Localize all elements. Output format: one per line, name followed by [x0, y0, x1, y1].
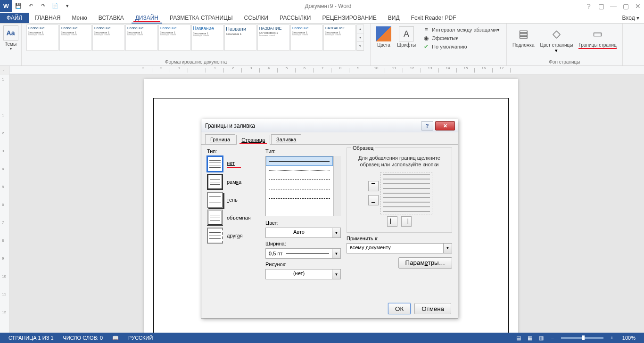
close-icon[interactable]: ✕	[632, 0, 644, 12]
chevron-down-icon[interactable]: ▼	[332, 270, 340, 279]
colors-button[interactable]: Цвета	[373, 24, 394, 49]
style-item[interactable]: НазваниеЗаголовок 1Коллекция стилей	[158, 24, 190, 51]
border-type-3d[interactable]: объемная	[207, 210, 264, 226]
dialog-help-icon[interactable]: ?	[421, 121, 433, 131]
edge-bottom-button[interactable]: ▁	[368, 195, 379, 205]
tab-insert[interactable]: ВСТАВКА	[93, 13, 130, 23]
view-web-icon[interactable]: ▥	[536, 335, 547, 341]
tab-menu[interactable]: Меню	[66, 13, 92, 23]
tab-design[interactable]: ДИЗАЙН	[130, 13, 164, 23]
set-default-button[interactable]: ✔По умолчанию	[421, 42, 502, 51]
zoom-slider[interactable]	[561, 337, 603, 339]
status-word-count[interactable]: ЧИСЛО СЛОВ: 0	[58, 335, 108, 341]
type-section-label: Тип:	[207, 148, 264, 154]
dialog-title-bar[interactable]: Границы и заливка ? ✕	[201, 119, 458, 132]
status-proofing-icon[interactable]: 📖	[107, 335, 124, 341]
word-app-icon[interactable]: W	[0, 0, 12, 12]
line-style-item[interactable]	[266, 166, 333, 175]
dialog-close-icon[interactable]: ✕	[435, 121, 455, 131]
apply-to-label: Применить к:	[347, 236, 452, 241]
chevron-down-icon[interactable]: ▼	[443, 244, 452, 253]
border-type-shadow[interactable]: тень	[207, 192, 264, 208]
style-item[interactable]: НАЗВАНИЕЗАГОЛОВОК 1Коллекция стилей	[257, 24, 289, 51]
tab-mailings[interactable]: РАССЫЛКИ	[274, 13, 316, 23]
style-item[interactable]: НазваниеЗаголовок 1Коллекция стилей	[125, 24, 157, 51]
help-icon[interactable]: ?	[583, 0, 595, 12]
themes-button[interactable]: Aa Темы▾	[3, 24, 18, 51]
zoom-out-icon[interactable]: −	[547, 335, 558, 341]
effects-icon: ◉	[422, 34, 430, 42]
tab-page-layout[interactable]: РАЗМЕТКА СТРАНИЦЫ	[164, 13, 239, 23]
apply-to-combo[interactable]: всему документу▼	[347, 243, 452, 253]
fonts-button[interactable]: AШрифты	[394, 24, 419, 49]
line-style-item[interactable]	[266, 175, 333, 185]
line-style-item[interactable]	[266, 204, 333, 213]
line-style-list[interactable]	[265, 156, 333, 216]
width-combo[interactable]: 0,5 пт▼	[265, 248, 341, 259]
maximize-icon[interactable]: ▢	[619, 0, 632, 12]
style-section-label: Тип:	[265, 148, 341, 154]
art-combo[interactable]: (нет)▼	[265, 269, 341, 279]
tab-review[interactable]: РЕЦЕНЗИРОВАНИЕ	[316, 13, 382, 23]
chevron-down-icon[interactable]: ▼	[332, 228, 340, 237]
paragraph-spacing-button[interactable]: ≡Интервал между абзацами ▾	[421, 25, 502, 34]
view-read-icon[interactable]: ▤	[513, 335, 524, 341]
style-item[interactable]: НАЗВАНИЕЗаголовок 1Коллекция стилей	[323, 24, 355, 51]
ruler-corner[interactable]: ⌐	[0, 66, 9, 74]
edge-top-button[interactable]: ▔	[368, 181, 379, 191]
preview-page[interactable]	[380, 172, 432, 214]
save-icon[interactable]: 💾	[12, 0, 25, 12]
qat-more-icon[interactable]: ▾	[61, 0, 74, 12]
undo-icon[interactable]: ↶	[25, 0, 37, 12]
sign-in-button[interactable]: Вход ▾	[618, 13, 644, 23]
chevron-down-icon[interactable]: ▼	[332, 249, 340, 258]
line-style-scrollbar[interactable]	[333, 156, 341, 216]
border-type-none[interactable]: нет	[207, 156, 264, 172]
effects-button[interactable]: ◉Эффекты ▾	[421, 34, 502, 42]
new-doc-icon[interactable]: 📄	[49, 0, 61, 12]
edge-left-button[interactable]: ▏	[387, 216, 397, 227]
style-item[interactable]: НазваниеЗаголовок 1Коллекция стилей	[92, 24, 124, 51]
style-item[interactable]: НазваниЗаголовок 1	[224, 24, 256, 51]
tab-home[interactable]: ГЛАВНАЯ	[29, 13, 66, 23]
line-style-item[interactable]	[266, 185, 333, 194]
style-item[interactable]: НазваниеЗаголовок 1Коллекция стилей	[26, 24, 58, 51]
tab-references[interactable]: ССЫЛКИ	[239, 13, 274, 23]
tab-file[interactable]: ФАЙЛ	[0, 13, 29, 23]
dialog-tab-border[interactable]: Граница	[205, 134, 235, 144]
color-label: Цвет:	[265, 220, 341, 226]
quick-access-toolbar: W 💾 ↶ ↷ 📄 ▾	[0, 0, 74, 12]
border-type-custom[interactable]: другая	[207, 228, 264, 244]
edge-right-button[interactable]: ▕	[401, 216, 412, 227]
watermark-button[interactable]: ▤Подложка	[510, 24, 537, 49]
redo-icon[interactable]: ↷	[37, 0, 49, 12]
style-item[interactable]: НазваниеЗаголовок 1Коллекция стилей	[59, 24, 91, 51]
view-print-icon[interactable]: ▦	[524, 335, 536, 341]
zoom-in-icon[interactable]: +	[606, 335, 618, 341]
status-language[interactable]: РУССКИЙ	[124, 335, 157, 341]
style-item[interactable]: НазваниеЗаголовок 1Коллекция стилей	[290, 24, 322, 51]
tab-view[interactable]: ВИД	[382, 13, 405, 23]
type-box-icon	[207, 174, 223, 190]
border-type-box[interactable]: рамка	[207, 174, 264, 190]
ribbon-display-icon[interactable]: ▢	[595, 0, 607, 12]
line-style-item[interactable]	[266, 156, 333, 166]
zoom-level[interactable]: 100%	[618, 335, 640, 341]
page-borders-button[interactable]: ▭Границы страниц	[576, 24, 619, 50]
horizontal-ruler[interactable]: ⌐ 3211234567891011121314151617	[0, 66, 644, 74]
vertical-ruler[interactable]: 1123456789101112	[0, 74, 9, 333]
line-style-item[interactable]	[266, 194, 333, 204]
style-item[interactable]: НазваниеЗаголовок 1Коллекция стилей	[191, 24, 223, 51]
cancel-button[interactable]: Отмена	[414, 303, 451, 314]
dialog-tab-page[interactable]: Страница	[236, 135, 270, 145]
page-color-button[interactable]: ◇Цвет страницы ▾	[537, 24, 576, 55]
ok-button[interactable]: ОК	[388, 303, 411, 314]
gallery-scroller[interactable]: ▴▾▿	[356, 24, 364, 51]
minimize-icon[interactable]: —	[607, 0, 619, 12]
status-page[interactable]: СТРАНИЦА 1 ИЗ 1	[4, 335, 58, 341]
document-formatting-gallery[interactable]: НазваниеЗаголовок 1Коллекция стилей Назв…	[25, 24, 364, 51]
dialog-tab-fill[interactable]: Заливка	[271, 134, 301, 144]
options-button[interactable]: Параметры…	[398, 257, 452, 269]
color-combo[interactable]: Авто▼	[265, 228, 341, 238]
tab-foxit[interactable]: Foxit Reader PDF	[405, 13, 462, 23]
